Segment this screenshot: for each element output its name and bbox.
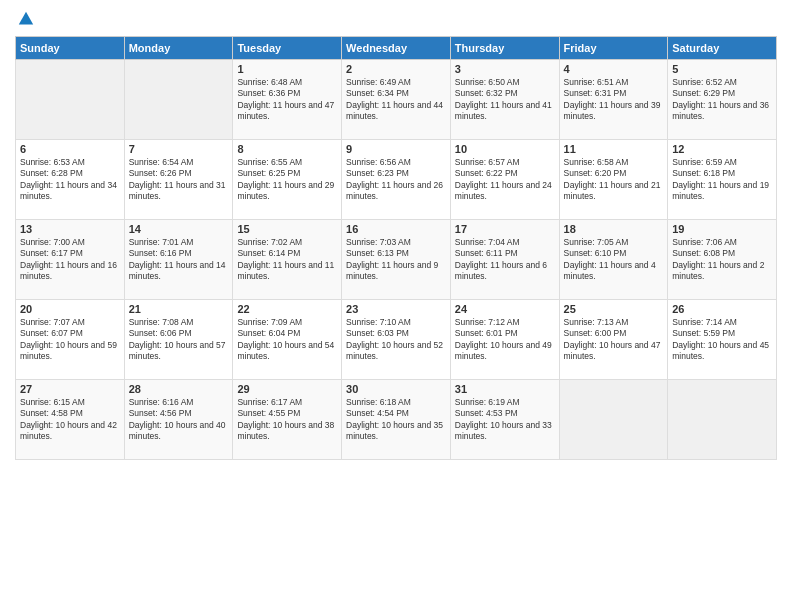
day-detail: Sunrise: 6:52 AMSunset: 6:29 PMDaylight:… xyxy=(672,77,772,123)
day-number: 21 xyxy=(129,303,229,315)
day-detail: Sunrise: 6:48 AMSunset: 6:36 PMDaylight:… xyxy=(237,77,337,123)
calendar-cell: 4Sunrise: 6:51 AMSunset: 6:31 PMDaylight… xyxy=(559,60,668,140)
day-detail: Sunrise: 6:54 AMSunset: 6:26 PMDaylight:… xyxy=(129,157,229,203)
day-number: 23 xyxy=(346,303,446,315)
calendar-cell: 20Sunrise: 7:07 AMSunset: 6:07 PMDayligh… xyxy=(16,300,125,380)
day-detail: Sunrise: 7:02 AMSunset: 6:14 PMDaylight:… xyxy=(237,237,337,283)
day-number: 7 xyxy=(129,143,229,155)
day-number: 19 xyxy=(672,223,772,235)
calendar-cell xyxy=(559,380,668,460)
day-number: 25 xyxy=(564,303,664,315)
calendar-cell: 15Sunrise: 7:02 AMSunset: 6:14 PMDayligh… xyxy=(233,220,342,300)
calendar-cell: 31Sunrise: 6:19 AMSunset: 4:53 PMDayligh… xyxy=(450,380,559,460)
day-number: 22 xyxy=(237,303,337,315)
day-detail: Sunrise: 6:53 AMSunset: 6:28 PMDaylight:… xyxy=(20,157,120,203)
col-header-friday: Friday xyxy=(559,37,668,60)
day-number: 14 xyxy=(129,223,229,235)
day-detail: Sunrise: 7:10 AMSunset: 6:03 PMDaylight:… xyxy=(346,317,446,363)
calendar-week-3: 13Sunrise: 7:00 AMSunset: 6:17 PMDayligh… xyxy=(16,220,777,300)
day-detail: Sunrise: 6:17 AMSunset: 4:55 PMDaylight:… xyxy=(237,397,337,443)
calendar-cell: 7Sunrise: 6:54 AMSunset: 6:26 PMDaylight… xyxy=(124,140,233,220)
day-number: 24 xyxy=(455,303,555,315)
day-number: 26 xyxy=(672,303,772,315)
col-header-tuesday: Tuesday xyxy=(233,37,342,60)
calendar-table: SundayMondayTuesdayWednesdayThursdayFrid… xyxy=(15,36,777,460)
day-number: 28 xyxy=(129,383,229,395)
calendar-week-2: 6Sunrise: 6:53 AMSunset: 6:28 PMDaylight… xyxy=(16,140,777,220)
calendar-cell: 22Sunrise: 7:09 AMSunset: 6:04 PMDayligh… xyxy=(233,300,342,380)
day-number: 9 xyxy=(346,143,446,155)
day-detail: Sunrise: 6:58 AMSunset: 6:20 PMDaylight:… xyxy=(564,157,664,203)
day-number: 5 xyxy=(672,63,772,75)
svg-marker-0 xyxy=(19,12,33,25)
day-number: 13 xyxy=(20,223,120,235)
col-header-sunday: Sunday xyxy=(16,37,125,60)
day-detail: Sunrise: 7:00 AMSunset: 6:17 PMDaylight:… xyxy=(20,237,120,283)
calendar-cell: 23Sunrise: 7:10 AMSunset: 6:03 PMDayligh… xyxy=(342,300,451,380)
calendar-cell: 10Sunrise: 6:57 AMSunset: 6:22 PMDayligh… xyxy=(450,140,559,220)
calendar-cell xyxy=(668,380,777,460)
calendar-cell: 26Sunrise: 7:14 AMSunset: 5:59 PMDayligh… xyxy=(668,300,777,380)
day-detail: Sunrise: 7:14 AMSunset: 5:59 PMDaylight:… xyxy=(672,317,772,363)
calendar-cell: 6Sunrise: 6:53 AMSunset: 6:28 PMDaylight… xyxy=(16,140,125,220)
col-header-saturday: Saturday xyxy=(668,37,777,60)
day-detail: Sunrise: 7:13 AMSunset: 6:00 PMDaylight:… xyxy=(564,317,664,363)
day-number: 29 xyxy=(237,383,337,395)
day-detail: Sunrise: 7:03 AMSunset: 6:13 PMDaylight:… xyxy=(346,237,446,283)
day-detail: Sunrise: 6:55 AMSunset: 6:25 PMDaylight:… xyxy=(237,157,337,203)
day-number: 11 xyxy=(564,143,664,155)
day-detail: Sunrise: 6:51 AMSunset: 6:31 PMDaylight:… xyxy=(564,77,664,123)
day-number: 12 xyxy=(672,143,772,155)
day-detail: Sunrise: 7:01 AMSunset: 6:16 PMDaylight:… xyxy=(129,237,229,283)
calendar-week-5: 27Sunrise: 6:15 AMSunset: 4:58 PMDayligh… xyxy=(16,380,777,460)
day-number: 10 xyxy=(455,143,555,155)
calendar-week-4: 20Sunrise: 7:07 AMSunset: 6:07 PMDayligh… xyxy=(16,300,777,380)
day-number: 17 xyxy=(455,223,555,235)
calendar-cell: 18Sunrise: 7:05 AMSunset: 6:10 PMDayligh… xyxy=(559,220,668,300)
calendar-cell: 1Sunrise: 6:48 AMSunset: 6:36 PMDaylight… xyxy=(233,60,342,140)
calendar-cell: 13Sunrise: 7:00 AMSunset: 6:17 PMDayligh… xyxy=(16,220,125,300)
day-detail: Sunrise: 6:15 AMSunset: 4:58 PMDaylight:… xyxy=(20,397,120,443)
day-number: 30 xyxy=(346,383,446,395)
calendar-cell: 3Sunrise: 6:50 AMSunset: 6:32 PMDaylight… xyxy=(450,60,559,140)
col-header-wednesday: Wednesday xyxy=(342,37,451,60)
col-header-thursday: Thursday xyxy=(450,37,559,60)
day-number: 27 xyxy=(20,383,120,395)
calendar-cell: 8Sunrise: 6:55 AMSunset: 6:25 PMDaylight… xyxy=(233,140,342,220)
day-number: 6 xyxy=(20,143,120,155)
day-number: 16 xyxy=(346,223,446,235)
calendar-cell: 28Sunrise: 6:16 AMSunset: 4:56 PMDayligh… xyxy=(124,380,233,460)
calendar-cell: 16Sunrise: 7:03 AMSunset: 6:13 PMDayligh… xyxy=(342,220,451,300)
day-number: 15 xyxy=(237,223,337,235)
day-number: 18 xyxy=(564,223,664,235)
calendar-cell: 5Sunrise: 6:52 AMSunset: 6:29 PMDaylight… xyxy=(668,60,777,140)
day-number: 31 xyxy=(455,383,555,395)
calendar-cell: 21Sunrise: 7:08 AMSunset: 6:06 PMDayligh… xyxy=(124,300,233,380)
calendar-cell: 11Sunrise: 6:58 AMSunset: 6:20 PMDayligh… xyxy=(559,140,668,220)
day-detail: Sunrise: 7:04 AMSunset: 6:11 PMDaylight:… xyxy=(455,237,555,283)
calendar-cell: 25Sunrise: 7:13 AMSunset: 6:00 PMDayligh… xyxy=(559,300,668,380)
day-detail: Sunrise: 7:05 AMSunset: 6:10 PMDaylight:… xyxy=(564,237,664,283)
calendar-cell: 12Sunrise: 6:59 AMSunset: 6:18 PMDayligh… xyxy=(668,140,777,220)
calendar-cell: 17Sunrise: 7:04 AMSunset: 6:11 PMDayligh… xyxy=(450,220,559,300)
day-detail: Sunrise: 6:16 AMSunset: 4:56 PMDaylight:… xyxy=(129,397,229,443)
calendar-cell: 24Sunrise: 7:12 AMSunset: 6:01 PMDayligh… xyxy=(450,300,559,380)
day-detail: Sunrise: 6:19 AMSunset: 4:53 PMDaylight:… xyxy=(455,397,555,443)
calendar-cell: 30Sunrise: 6:18 AMSunset: 4:54 PMDayligh… xyxy=(342,380,451,460)
day-number: 3 xyxy=(455,63,555,75)
day-detail: Sunrise: 6:18 AMSunset: 4:54 PMDaylight:… xyxy=(346,397,446,443)
day-detail: Sunrise: 6:50 AMSunset: 6:32 PMDaylight:… xyxy=(455,77,555,123)
day-detail: Sunrise: 6:57 AMSunset: 6:22 PMDaylight:… xyxy=(455,157,555,203)
calendar-cell xyxy=(16,60,125,140)
day-number: 2 xyxy=(346,63,446,75)
calendar-cell: 19Sunrise: 7:06 AMSunset: 6:08 PMDayligh… xyxy=(668,220,777,300)
day-number: 4 xyxy=(564,63,664,75)
calendar-cell xyxy=(124,60,233,140)
day-detail: Sunrise: 7:12 AMSunset: 6:01 PMDaylight:… xyxy=(455,317,555,363)
day-detail: Sunrise: 6:49 AMSunset: 6:34 PMDaylight:… xyxy=(346,77,446,123)
day-detail: Sunrise: 7:06 AMSunset: 6:08 PMDaylight:… xyxy=(672,237,772,283)
day-detail: Sunrise: 6:56 AMSunset: 6:23 PMDaylight:… xyxy=(346,157,446,203)
col-header-monday: Monday xyxy=(124,37,233,60)
day-detail: Sunrise: 7:08 AMSunset: 6:06 PMDaylight:… xyxy=(129,317,229,363)
calendar-cell: 14Sunrise: 7:01 AMSunset: 6:16 PMDayligh… xyxy=(124,220,233,300)
